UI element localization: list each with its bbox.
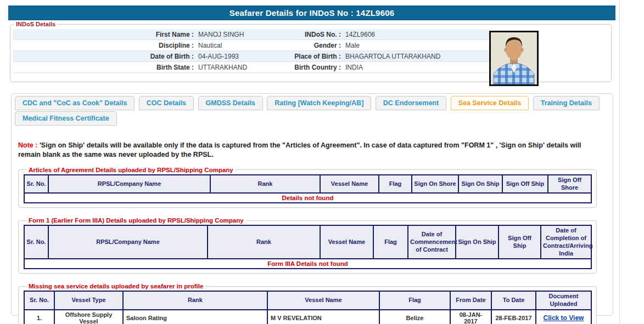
tab-training-details[interactable]: Training Details xyxy=(533,96,600,110)
place-of-birth-value: BHAGARTOLA UTTARAKHAND xyxy=(341,51,489,62)
info-row-dob-pob: Date of Birth : 04-AUG-1993 Place of Bir… xyxy=(13,51,489,62)
date-of-birth-value: 04-AUG-1993 xyxy=(194,51,283,62)
to-date-cell: 28-FEB-2017 xyxy=(491,310,536,324)
info-row-name-indos: First Name : MANOJ SINGH INDoS No. : 14Z… xyxy=(13,29,489,40)
info-row-state-country: Birth State : UTTARAKHAND Birth Country … xyxy=(13,62,489,73)
indos-info-grid: First Name : MANOJ SINGH INDoS No. : 14Z… xyxy=(13,29,489,73)
col-flag: Flag xyxy=(373,225,408,259)
tab-coc-details[interactable]: COC Details xyxy=(139,96,194,110)
info-row-discipline-gender: Discipline : Nautical Gender : Male xyxy=(13,40,489,51)
tab-bar-row-2: Medical Fitness Certificate xyxy=(12,111,613,127)
col-flag: Flag xyxy=(379,175,412,194)
col-sign-off-ship: Sign Off Ship xyxy=(499,225,541,259)
col-sign-on-ship: Sign On Ship xyxy=(458,175,502,194)
tab-sea-service-details[interactable]: Sea Service Details xyxy=(451,96,529,110)
articles-empty-row: Details not found xyxy=(24,193,591,203)
sea-service-tab-panel: CDC and "CoC as Cook" Details COC Detail… xyxy=(11,93,613,316)
col-rank: Rank xyxy=(208,225,320,259)
indos-details-legend: INDoS Details xyxy=(14,21,58,27)
col-sr-no: Sr. No. xyxy=(24,225,48,259)
document-cell: Click to View xyxy=(536,310,591,324)
form1-empty-message: Form IIIA Details not found xyxy=(24,259,591,269)
tab-dc-endorsement[interactable]: DC Endorsement xyxy=(376,96,446,110)
tab-cdc-coc-cook[interactable]: CDC and "CoC as Cook" Details xyxy=(15,96,135,110)
sr-no-cell: 1. xyxy=(24,310,54,324)
gender-label: Gender : xyxy=(283,40,341,51)
discipline-label: Discipline : xyxy=(13,40,194,51)
col-rank: Rank xyxy=(210,175,320,194)
form1-table: Sr. No. RPSL/Company Name Rank Vessel Na… xyxy=(24,225,592,269)
tab-bar-row-1: CDC and "CoC as Cook" Details COC Detail… xyxy=(12,94,613,111)
col-sign-on-shore: Sign On Shore xyxy=(412,175,458,194)
discipline-value: Nautical xyxy=(194,40,283,51)
col-document-uploaded: Document Uploaded xyxy=(536,291,591,310)
missing-sea-service-table: Sr. No. Vessel Type Rank Vessel Name Fla… xyxy=(24,291,592,324)
articles-of-agreement-section: Articles of Agreement Details uploaded b… xyxy=(18,167,597,208)
col-sr-no: Sr. No. xyxy=(24,175,48,194)
col-rpsl-company: RPSL/Company Name xyxy=(48,175,210,194)
first-name-label: First Name : xyxy=(13,29,194,40)
note-body: 'Sign on Ship' details will be available… xyxy=(18,141,581,158)
birth-country-value: INDIA xyxy=(341,62,489,73)
birth-state-value: UTTARAKHAND xyxy=(194,62,283,73)
form1-section-legend: Form 1 (Earlier Form IIIA) Details uploa… xyxy=(26,217,246,224)
birth-state-label: Birth State : xyxy=(13,62,194,73)
articles-empty-message: Details not found xyxy=(24,193,591,203)
tab-medical-fitness-certificate[interactable]: Medical Fitness Certificate xyxy=(15,111,117,126)
articles-section-legend: Articles of Agreement Details uploaded b… xyxy=(26,167,236,173)
indos-no-value: 14ZL9606 xyxy=(341,29,489,40)
col-sign-on-ship: Sign On Ship xyxy=(456,225,499,259)
flag-cell: Belize xyxy=(379,310,450,324)
vessel-name-cell: M V REVELATION xyxy=(267,310,379,324)
page-title: Seafarer Details for INDoS No : 14ZL9606 xyxy=(8,5,615,20)
col-date-completion: Date of Completion of Contract/Arriving … xyxy=(541,225,591,259)
date-of-birth-label: Date of Birth : xyxy=(13,51,194,62)
indos-details-section: INDoS Details First Name : MANOJ SINGH I… xyxy=(10,21,612,82)
tab-rating-watchkeeping[interactable]: Rating [Watch Keeping/AB] xyxy=(267,96,371,110)
col-vessel-name: Vessel Name xyxy=(267,291,379,310)
from-date-cell: 08-JAN-2017 xyxy=(450,310,491,324)
vessel-type-cell: Offshore Supply Vessel xyxy=(54,310,123,324)
col-to-date: To Date xyxy=(491,291,536,310)
col-from-date: From Date xyxy=(450,291,491,310)
birth-country-label: Birth Country : xyxy=(283,62,341,73)
indos-no-label: INDoS No. : xyxy=(283,29,341,40)
form1-empty-row: Form IIIA Details not found xyxy=(24,259,591,269)
articles-table: Sr. No. RPSL/Company Name Rank Vessel Na… xyxy=(24,174,592,204)
col-sign-off-shore: Sign Off Shore xyxy=(548,175,591,194)
seafarer-photo xyxy=(489,31,539,86)
missing-header-row: Sr. No. Vessel Type Rank Vessel Name Fla… xyxy=(24,291,591,310)
click-to-view-link[interactable]: Click to View xyxy=(544,314,584,322)
page-right-border xyxy=(619,0,620,324)
articles-header-row: Sr. No. RPSL/Company Name Rank Vessel Na… xyxy=(24,175,591,194)
col-vessel-name: Vessel Name xyxy=(320,175,379,194)
note-label: Note : xyxy=(18,141,37,149)
missing-sea-service-section: Missing sea service details uploaded by … xyxy=(18,283,597,324)
col-flag: Flag xyxy=(379,291,450,310)
tab-gmdss-details[interactable]: GMDSS Details xyxy=(198,96,263,110)
form1-header-row: Sr. No. RPSL/Company Name Rank Vessel Na… xyxy=(24,225,591,259)
missing-section-legend: Missing sea service details uploaded by … xyxy=(26,283,205,289)
col-date-commencement: Date of Commencement of Contract xyxy=(408,225,456,259)
col-vessel-type: Vessel Type xyxy=(54,291,123,310)
rank-cell: Saloon Rating xyxy=(123,310,267,324)
col-rpsl-company: RPSL/Company Name xyxy=(48,225,208,259)
col-sr-no: Sr. No. xyxy=(24,291,54,310)
col-rank: Rank xyxy=(123,291,267,310)
form1-section: Form 1 (Earlier Form IIIA) Details uploa… xyxy=(18,217,597,274)
note-text: Note : 'Sign on Ship' details will be av… xyxy=(18,141,605,160)
first-name-value: MANOJ SINGH xyxy=(194,29,283,40)
col-vessel-name: Vessel Name xyxy=(320,225,373,259)
col-sign-off-ship: Sign Off Ship xyxy=(502,175,548,194)
gender-value: Male xyxy=(341,40,489,51)
table-row: 1. Offshore Supply Vessel Saloon Rating … xyxy=(24,310,591,324)
place-of-birth-label: Place of Birth : xyxy=(283,51,341,62)
